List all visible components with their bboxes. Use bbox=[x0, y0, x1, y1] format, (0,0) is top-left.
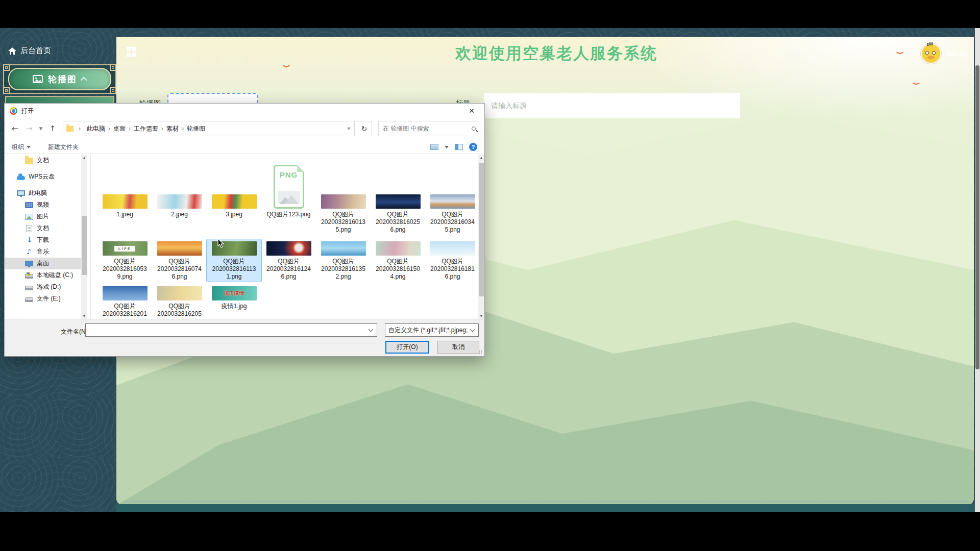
cloud-icon bbox=[17, 176, 25, 180]
mouse-cursor bbox=[217, 238, 225, 248]
avatar[interactable] bbox=[921, 43, 941, 64]
cancel-button[interactable]: 取消 bbox=[437, 341, 479, 354]
file-scrollbar[interactable]: ▲ ▼ bbox=[478, 155, 484, 320]
file-row: LIFEQQ图片 2020032816053 9.pngQQ图片 2020032… bbox=[97, 239, 480, 282]
png-file-icon: PNG bbox=[274, 165, 304, 209]
tree-scrollbar[interactable]: ▲ ▼ bbox=[81, 155, 87, 320]
tree-item-视频[interactable]: 视频 bbox=[5, 199, 81, 211]
image-thumbnail bbox=[266, 241, 311, 256]
breadcrumb-item[interactable]: 素材 bbox=[165, 124, 180, 133]
preview-pane-icon[interactable] bbox=[455, 144, 463, 150]
filetype-value: 自定义文件 (*.gif;*.jfif;*.pjpeg; bbox=[388, 326, 471, 335]
file-item[interactable]: QQ图片 2020032816205 bbox=[152, 284, 207, 319]
file-item[interactable]: QQ图片 2020032816135 2.png bbox=[316, 239, 371, 282]
file-scrollbar-thumb[interactable] bbox=[479, 163, 484, 296]
home-icon bbox=[8, 47, 16, 55]
tree-item-游戏 (D:)[interactable]: 游戏 (D:) bbox=[5, 281, 81, 293]
tree-item-文件 (E:)[interactable]: 文件 (E:) bbox=[5, 293, 81, 305]
file-item[interactable]: LIFEQQ图片 2020032816053 9.png bbox=[97, 239, 152, 282]
file-item[interactable]: QQ图片 2020032816201 bbox=[97, 284, 152, 319]
history-chevron-icon[interactable]: ▼ bbox=[37, 126, 44, 131]
sidebar-home[interactable]: 后台首页 bbox=[8, 46, 51, 56]
new-folder-button[interactable]: 新建文件夹 bbox=[48, 143, 79, 152]
breadcrumb-item[interactable]: 轮播图 bbox=[186, 124, 206, 133]
organize-button[interactable]: 组织 bbox=[12, 143, 31, 152]
file-item[interactable]: QQ图片 2020032816025 6.png bbox=[371, 162, 425, 235]
dialog-titlebar[interactable]: 打开 ✕ bbox=[5, 104, 484, 118]
filename-field[interactable] bbox=[85, 323, 377, 337]
file-item[interactable]: QQ图片 2020032816074 6.png bbox=[152, 239, 207, 282]
file-item[interactable]: QQ图片 2020032816013 5.png bbox=[316, 162, 371, 235]
view-chevron-icon[interactable] bbox=[445, 146, 449, 148]
file-name: 1.jpeg bbox=[116, 211, 133, 218]
address-bar[interactable]: › 此电脑›桌面›工作需要›素材›轮播图 ▼ bbox=[63, 121, 355, 136]
file-thumbnail bbox=[430, 239, 475, 256]
tree-item-文档[interactable]: 文档 bbox=[5, 155, 81, 166]
tree-scrollbar-thumb[interactable] bbox=[82, 216, 87, 275]
refresh-icon[interactable]: ↻ bbox=[357, 121, 372, 136]
filename-chevron-icon[interactable] bbox=[369, 327, 374, 332]
file-item[interactable]: QQ图片 2020032816034 5.png bbox=[425, 162, 480, 235]
scroll-up-icon[interactable]: ▲ bbox=[478, 155, 484, 162]
thumbnail-text: LIFE bbox=[114, 246, 135, 252]
file-item[interactable]: QQ图片 2020032816150 4.png bbox=[371, 239, 425, 282]
search-input[interactable] bbox=[383, 125, 472, 132]
organize-label: 组织 bbox=[12, 143, 24, 152]
address-chevron-icon[interactable]: ▼ bbox=[347, 126, 351, 131]
chevron-down-icon bbox=[27, 146, 31, 148]
file-item[interactable]: 抗击疫情疫情1.jpg bbox=[207, 284, 261, 319]
tree-item-WPS云盘[interactable]: WPS云盘 bbox=[5, 171, 81, 183]
file-item[interactable]: 1.jpeg bbox=[97, 162, 152, 235]
pane-divider bbox=[90, 155, 91, 320]
close-icon[interactable]: ✕ bbox=[464, 105, 479, 116]
back-icon[interactable]: ← bbox=[9, 124, 21, 133]
file-item[interactable]: QQ图片 2020032816124 6.png bbox=[261, 239, 316, 282]
image-thumbnail bbox=[157, 286, 202, 300]
tree-item-文档[interactable]: 文档 bbox=[5, 222, 81, 234]
desktop-icon bbox=[25, 261, 33, 266]
resize-grip[interactable] bbox=[479, 350, 483, 355]
forward-icon[interactable]: → bbox=[23, 124, 35, 133]
help-button[interactable]: ? bbox=[469, 143, 477, 151]
tree-item-此电脑[interactable]: 此电脑 bbox=[5, 187, 81, 199]
open-button[interactable]: 打开(O) bbox=[385, 341, 429, 354]
image-thumbnail bbox=[157, 194, 202, 209]
file-item[interactable]: 3.jpeg bbox=[207, 162, 261, 235]
file-name: QQ图片 2020032816150 4.png bbox=[376, 258, 420, 281]
file-item[interactable]: PNGQQ图片123.png bbox=[261, 162, 316, 235]
file-item[interactable]: QQ图片 2020032816113 1.png bbox=[207, 239, 261, 282]
scroll-up-icon[interactable]: ▲ bbox=[81, 155, 87, 162]
png-image-placeholder bbox=[278, 191, 300, 204]
file-name: QQ图片 2020032816113 1.png bbox=[212, 258, 256, 281]
tree-item-音乐[interactable]: 音乐 bbox=[5, 246, 81, 258]
tree-item-label: 游戏 (D:) bbox=[37, 283, 61, 291]
tree-item-下载[interactable]: 下载 bbox=[5, 234, 81, 246]
filename-input[interactable] bbox=[86, 327, 369, 334]
downloads-icon bbox=[25, 237, 33, 244]
tree-item-本地磁盘 (C:)[interactable]: 本地磁盘 (C:) bbox=[5, 269, 81, 281]
open-file-dialog: 打开 ✕ ← → ▼ ↑ › 此电脑›桌面›工作需要›素材›轮播图 ▼ ↻ 组织 bbox=[4, 103, 485, 357]
page-scrollbar-thumb[interactable] bbox=[975, 65, 979, 369]
file-thumbnail: PNG bbox=[274, 162, 304, 209]
tree-item-桌面[interactable]: 桌面 bbox=[5, 258, 81, 269]
content-bottom-strip bbox=[116, 504, 980, 512]
tree-item-图片[interactable]: 图片 bbox=[5, 211, 81, 222]
disk-icon bbox=[25, 286, 33, 290]
dialog-title: 打开 bbox=[21, 107, 34, 115]
breadcrumb-item[interactable]: 工作需要 bbox=[133, 124, 159, 133]
bird-decoration bbox=[913, 82, 920, 86]
thumbnail-view-icon[interactable] bbox=[430, 144, 438, 150]
page-title: 欢迎使用空巢老人服务系统 bbox=[455, 43, 657, 64]
search-box[interactable] bbox=[378, 121, 480, 136]
tree-item-label: 文档 bbox=[37, 224, 49, 233]
up-icon[interactable]: ↑ bbox=[46, 124, 59, 133]
filetype-select[interactable]: 自定义文件 (*.gif;*.jfif;*.pjpeg; bbox=[385, 323, 479, 337]
sidebar-item-carousel[interactable]: 轮播图 bbox=[3, 64, 116, 94]
file-item[interactable]: 2.jpeg bbox=[152, 162, 207, 235]
breadcrumb-item[interactable]: 桌面 bbox=[112, 124, 127, 133]
image-thumbnail bbox=[103, 286, 148, 300]
collapse-menu-icon[interactable] bbox=[127, 47, 137, 57]
breadcrumb-item[interactable]: 此电脑 bbox=[86, 124, 106, 133]
title-input[interactable] bbox=[484, 93, 740, 118]
file-item[interactable]: QQ图片 2020032816181 6.png bbox=[425, 239, 480, 282]
